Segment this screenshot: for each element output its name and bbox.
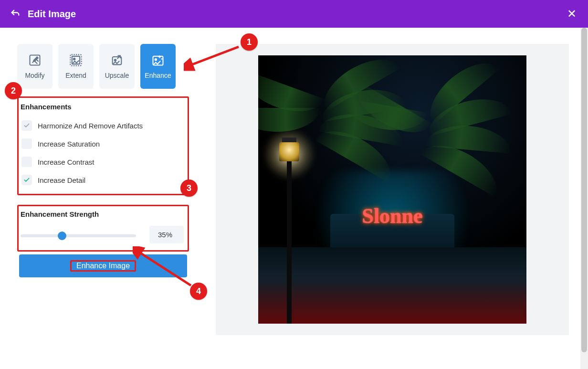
enhance-image-label: Enhance Image (70, 260, 136, 272)
header-left: Edit Image (10, 8, 76, 20)
svg-line-9 (137, 251, 191, 285)
tab-extend-label: Extend (65, 72, 86, 79)
annotation-4-arrow (133, 246, 200, 294)
tab-enhance-label: Enhance (145, 72, 171, 79)
tab-upscale-label: Upscale (105, 72, 129, 79)
checkbox-harmonize[interactable] (21, 120, 32, 131)
enhancements-title: Enhancements (21, 103, 184, 111)
annotation-2: 2 (5, 82, 22, 99)
checkbox-row-detail: Increase Detail (21, 171, 184, 189)
annotation-3-badge: 3 (180, 179, 198, 197)
checkbox-detail[interactable] (21, 175, 32, 185)
tab-modify[interactable]: Modify (17, 44, 52, 89)
tab-upscale[interactable]: Upscale (99, 44, 135, 89)
checkbox-saturation[interactable] (21, 138, 32, 149)
neon-sign-text: Slonne (362, 204, 422, 228)
tab-modify-label: Modify (25, 72, 44, 79)
page-title: Edit Image (28, 9, 76, 20)
image-preview-panel: Slonne (216, 44, 569, 335)
label-saturation: Increase Saturation (38, 140, 100, 148)
annotation-2-badge: 2 (5, 82, 22, 99)
svg-point-3 (74, 58, 75, 60)
strength-group: Enhancement Strength 35% (17, 205, 189, 252)
checkbox-row-contrast: Increase Contrast (21, 153, 184, 171)
svg-line-8 (189, 47, 239, 66)
tool-tabs: Modify Extend Upscale (17, 44, 189, 89)
checkbox-row-harmonize: Harmonize And Remove Artifacts (21, 116, 184, 135)
tab-extend[interactable]: Extend (58, 44, 94, 89)
annotation-1: 1 (241, 33, 258, 51)
label-contrast: Increase Contrast (38, 158, 94, 166)
svg-point-7 (155, 59, 157, 61)
checkbox-contrast[interactable] (21, 157, 32, 167)
preview-image: Slonne (258, 55, 526, 324)
annotation-1-arrow (184, 44, 241, 73)
strength-slider[interactable] (21, 234, 136, 237)
back-icon[interactable] (10, 8, 21, 20)
slider-row: 35% (21, 226, 184, 243)
label-harmonize: Harmonize And Remove Artifacts (38, 122, 143, 130)
close-icon[interactable]: ✕ (565, 7, 578, 21)
enhancements-group: Enhancements Harmonize And Remove Artifa… (17, 96, 189, 195)
tab-enhance[interactable]: Enhance (140, 44, 176, 89)
annotation-1-badge: 1 (241, 33, 258, 51)
strength-value: 35% (149, 226, 184, 243)
label-detail: Increase Detail (38, 176, 85, 184)
main-content: Modify Extend Upscale (0, 28, 588, 335)
svg-point-5 (115, 59, 116, 61)
annotation-3: 3 (180, 179, 198, 197)
scrollbar-thumb[interactable] (581, 28, 587, 352)
checkbox-row-saturation: Increase Saturation (21, 135, 184, 153)
strength-title: Enhancement Strength (21, 210, 184, 218)
slider-wrap (21, 231, 136, 239)
header-bar: Edit Image ✕ (0, 0, 588, 28)
